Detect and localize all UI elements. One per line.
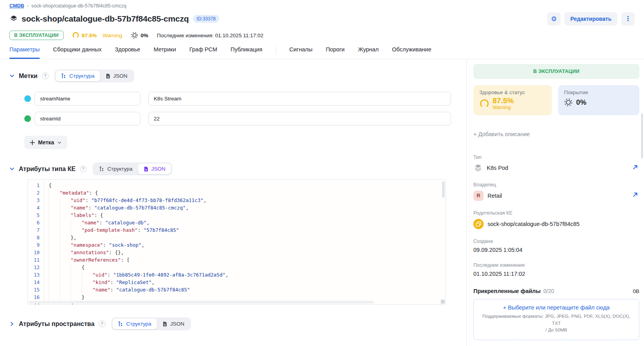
dropzone-hint-line1: Поддерживаемые форматы: JPG, JPEG, PNG, … [482, 313, 630, 326]
json-punctuation: } [82, 293, 85, 301]
indent-guide [60, 226, 71, 234]
add-label-button-text: Метка [38, 139, 54, 146]
line-number: 16 [28, 293, 44, 301]
parent-ci-value[interactable]: sock-shop/catalogue-db-57b7f84c85 [488, 221, 580, 227]
indent-guide [60, 249, 71, 256]
labels-section-header: Метки ? Структура [9, 69, 466, 82]
code-line-text: "name": "catalogue-db-57b7f84c85" [44, 286, 190, 293]
tab-zdorove[interactable]: Здоровье [115, 46, 140, 59]
tab-graf-rsm[interactable]: Граф РСМ [189, 46, 217, 59]
external-link-icon[interactable] [632, 191, 639, 198]
health-status-card[interactable]: Здоровье & статус 87.5% Warning [473, 85, 552, 115]
code-line: 14"kind": "ReplicaSet", [28, 279, 446, 286]
json-string-value: "catalogue-db-57b7f84c85" [116, 286, 190, 293]
attributes-json-tab[interactable]: JSON [138, 164, 171, 174]
code-line-text: { [44, 264, 85, 271]
created-field: Создана 09.09.2025 1:05:04 [473, 239, 639, 253]
chevron-down-icon[interactable] [9, 73, 15, 78]
edit-button[interactable]: Редактировать [564, 12, 617, 25]
space-structure-tab[interactable]: Структура [113, 319, 157, 329]
label-key-input[interactable] [35, 112, 140, 126]
json-key: "uid" [93, 271, 107, 279]
coverage-card-title: Покрытие [564, 89, 633, 95]
label-color-dot[interactable] [24, 115, 31, 122]
status-row: В ЭКСПЛУАТАЦИИ 87.5% Warning 0% Последни… [0, 25, 644, 40]
add-label-button[interactable]: Метка [24, 136, 67, 149]
tab-zhurnal[interactable]: Журнал [358, 46, 379, 59]
dropzone-hint: Поддерживаемые форматы: JPG, JPEG, PNG, … [481, 313, 632, 334]
tab-porogi[interactable]: Пороги [326, 46, 345, 59]
editor-vertical-scrollbar[interactable] [442, 181, 445, 198]
label-color-dot[interactable] [24, 95, 31, 102]
coverage-card[interactable]: Покрытие 0% [558, 85, 639, 115]
breadcrumb-root-link[interactable]: CMDB [9, 3, 24, 9]
attributes-structure-tab[interactable]: Структура [94, 164, 138, 174]
labels-structure-tab[interactable]: Структура [56, 71, 100, 81]
editor-horizontal-scrollbar[interactable] [29, 301, 374, 304]
breadcrumb-current: sock-shop/catalogue-db-57b7f84c85-cmczq [31, 3, 127, 9]
labels-json-tab[interactable]: JSON [100, 71, 133, 81]
code-line-text: "uid": "b77f68fc-de4d-4f73-bb78-f8fd362a… [44, 197, 206, 204]
help-icon[interactable]: ? [42, 73, 49, 79]
space-json-label: JSON [170, 321, 184, 327]
json-punctuation: : {}, [109, 249, 124, 256]
json-code-editor[interactable]: 1{2"metadata": {3"uid": "b77f68fc-de4d-4… [27, 179, 446, 305]
indent-guide [82, 286, 93, 293]
attributes-section-header: Атрибуты типа КЕ ? Структура [9, 162, 466, 175]
code-line-text: "name": "catalogue-db-57b7f84c85-cmczq", [44, 204, 189, 211]
tab-metriki[interactable]: Метрики [154, 46, 176, 59]
labels-json-label: JSON [113, 73, 127, 79]
status-banner[interactable]: В ЭКСПЛУАТАЦИИ [473, 64, 639, 79]
label-value-input[interactable] [148, 112, 451, 126]
last-modified-text: Последние изменения: 01.10.2025 11:17:02 [157, 33, 263, 38]
chevron-down-icon[interactable] [9, 166, 15, 171]
line-number: 2 [28, 189, 44, 197]
code-line: 8}, [28, 234, 446, 241]
tab-publikatsiya[interactable]: Публикация [231, 46, 262, 59]
label-value-input[interactable] [148, 92, 451, 106]
space-section-header: Атрибуты пространства ? Структура [9, 317, 466, 330]
owner-field: Владелец R Retail [473, 182, 639, 201]
json-punctuation: : [138, 226, 144, 234]
indent-guide [82, 271, 93, 279]
add-description-link[interactable]: + Добавить описание [473, 131, 639, 137]
code-line: 15"name": "catalogue-db-57b7f84c85" [28, 286, 446, 293]
details-sidebar: В ЭКСПЛУАТАЦИИ Здоровье & статус 87.5% W… [467, 59, 644, 346]
line-number: 10 [28, 249, 44, 256]
chevron-right-icon[interactable] [9, 321, 15, 326]
dropzone-hint-line2: / До 50MB [546, 327, 567, 333]
settings-button[interactable]: ⚙ [547, 12, 560, 25]
line-number: 7 [28, 226, 44, 234]
code-line-text: "annotations": {}, [44, 249, 124, 256]
indent-guide [49, 189, 60, 197]
attached-files-count: 0/20 [543, 288, 554, 294]
indent-guide [49, 256, 60, 264]
coverage-card-value: 0% [576, 98, 586, 107]
json-punctuation: { [82, 264, 85, 271]
sidebar-scrollbar[interactable] [641, 113, 643, 158]
more-actions-button[interactable]: ⋮ [621, 12, 635, 25]
file-dropzone[interactable]: + Выберите или перетащите файл сюда Подд… [473, 299, 639, 340]
code-line: 9"namespace": "sock-shop", [28, 241, 446, 249]
tab-obsluzhivanie[interactable]: Обслуживание [392, 46, 431, 59]
tab-sborshchiki-dannykh[interactable]: Сборщики данных [53, 46, 102, 59]
help-icon[interactable]: ? [80, 166, 87, 172]
created-label: Создана [473, 239, 639, 244]
json-punctuation: : { [89, 189, 98, 197]
space-json-tab[interactable]: JSON [157, 319, 190, 329]
json-key: "kind" [93, 279, 110, 286]
kebab-menu-icon: ⋮ [625, 16, 631, 22]
health-card-title: Здоровье & статус [479, 89, 546, 95]
health-card-label: Warning [493, 105, 514, 110]
help-icon[interactable]: ? [99, 321, 106, 327]
external-link-icon[interactable] [632, 164, 639, 170]
parent-ci-field: Родительская КЕ sock-shop/catalogue-db-5… [473, 210, 639, 229]
label-row [24, 92, 466, 106]
json-key: "ownerReferences" [71, 256, 121, 264]
indent-guide [49, 197, 60, 204]
tab-parametry[interactable]: Параметры [9, 46, 40, 59]
labels-view-toggle: Структура JSON [55, 69, 134, 82]
label-key-input[interactable] [35, 92, 140, 106]
tab-signaly[interactable]: Сигналы [289, 46, 313, 59]
json-punctuation: , [186, 204, 189, 211]
